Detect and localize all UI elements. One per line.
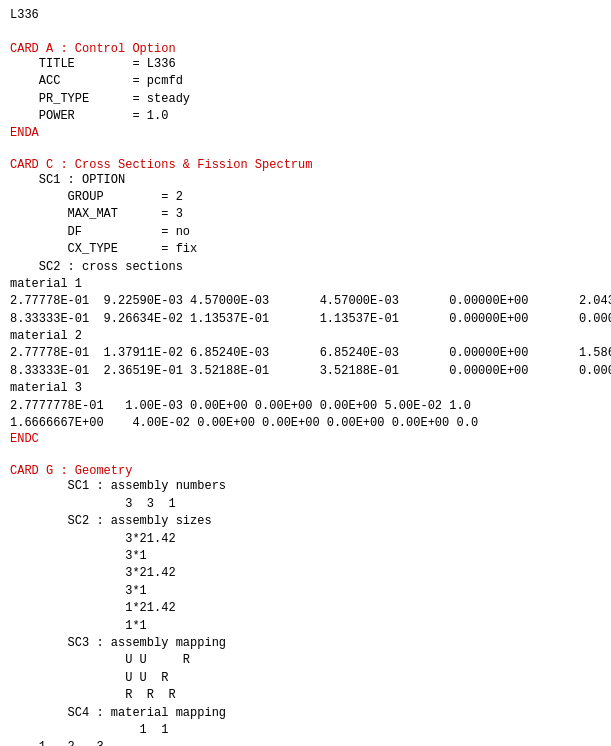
card-a-end: ENDA bbox=[10, 126, 39, 140]
page-container: L336 CARD A : Control Option TITLE = L33… bbox=[10, 8, 601, 746]
card-g-section: CARD G : Geometry SC1 : assembly numbers… bbox=[10, 464, 601, 746]
card-a-header: CARD A : Control Option bbox=[10, 42, 176, 56]
card-a-section: CARD A : Control Option TITLE = L336 ACC… bbox=[10, 42, 601, 140]
card-c-end: ENDC bbox=[10, 432, 39, 446]
card-g-header: CARD G : Geometry bbox=[10, 464, 132, 478]
card-c-content: SC1 : OPTION GROUP = 2 MAX_MAT = 3 DF = … bbox=[10, 172, 601, 433]
card-g-content: SC1 : assembly numbers 3 3 1 SC2 : assem… bbox=[10, 478, 601, 746]
page-title: L336 bbox=[10, 8, 601, 22]
card-c-header: CARD C : Cross Sections & Fission Spectr… bbox=[10, 158, 312, 172]
card-a-content: TITLE = L336 ACC = pcmfd PR_TYPE = stead… bbox=[10, 56, 601, 126]
card-c-section: CARD C : Cross Sections & Fission Spectr… bbox=[10, 158, 601, 447]
